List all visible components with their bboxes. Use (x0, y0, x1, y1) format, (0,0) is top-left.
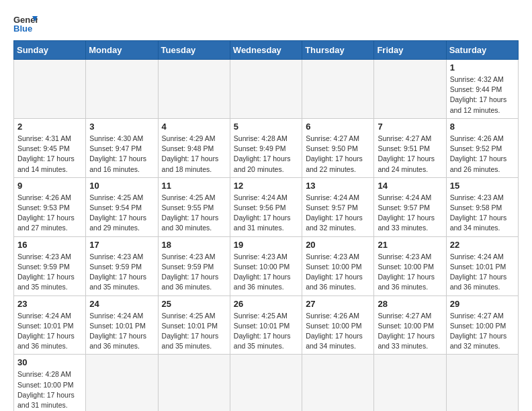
day-number: 23 (17, 299, 82, 309)
calendar-cell: 2Sunrise: 4:31 AM Sunset: 9:45 PM Daylig… (14, 118, 86, 177)
day-info: Sunrise: 4:26 AM Sunset: 9:53 PM Dayligh… (17, 193, 82, 234)
day-info: Sunrise: 4:31 AM Sunset: 9:45 PM Dayligh… (17, 134, 82, 175)
calendar-cell (86, 355, 158, 411)
calendar-cell (158, 355, 230, 411)
day-number: 18 (162, 240, 226, 250)
day-info: Sunrise: 4:24 AM Sunset: 9:57 PM Dayligh… (306, 193, 370, 234)
page-header: General Blue (13, 13, 519, 34)
calendar-table: SundayMondayTuesdayWednesdayThursdayFrid… (13, 40, 519, 411)
calendar-cell: 11Sunrise: 4:25 AM Sunset: 9:55 PM Dayli… (158, 177, 230, 236)
weekday-header-saturday: Saturday (446, 41, 518, 60)
day-number: 10 (89, 181, 154, 191)
calendar-cell: 23Sunrise: 4:24 AM Sunset: 10:01 PM Dayl… (14, 295, 86, 355)
calendar-cell: 4Sunrise: 4:29 AM Sunset: 9:48 PM Daylig… (158, 118, 230, 177)
calendar-cell (446, 355, 518, 411)
calendar-cell (14, 60, 86, 119)
day-number: 24 (89, 299, 154, 309)
day-info: Sunrise: 4:32 AM Sunset: 9:44 PM Dayligh… (450, 75, 515, 116)
calendar-cell: 25Sunrise: 4:25 AM Sunset: 10:01 PM Dayl… (158, 295, 230, 355)
day-info: Sunrise: 4:24 AM Sunset: 10:01 PM Daylig… (89, 311, 154, 352)
calendar-cell: 14Sunrise: 4:24 AM Sunset: 9:57 PM Dayli… (374, 177, 446, 236)
day-number: 6 (306, 122, 370, 132)
calendar-cell: 8Sunrise: 4:26 AM Sunset: 9:52 PM Daylig… (446, 118, 518, 177)
day-number: 29 (450, 299, 515, 309)
calendar-cell (230, 355, 302, 411)
day-info: Sunrise: 4:30 AM Sunset: 9:47 PM Dayligh… (89, 134, 154, 175)
calendar-week-1: 1Sunrise: 4:32 AM Sunset: 9:44 PM Daylig… (14, 60, 519, 119)
day-info: Sunrise: 4:25 AM Sunset: 10:01 PM Daylig… (162, 311, 226, 352)
calendar-cell (86, 60, 158, 119)
day-number: 17 (89, 240, 154, 250)
calendar-cell (158, 60, 230, 119)
day-info: Sunrise: 4:24 AM Sunset: 9:56 PM Dayligh… (234, 193, 298, 234)
day-number: 27 (306, 299, 370, 309)
weekday-header-wednesday: Wednesday (230, 41, 302, 60)
day-info: Sunrise: 4:28 AM Sunset: 9:49 PM Dayligh… (234, 134, 298, 175)
day-info: Sunrise: 4:27 AM Sunset: 9:51 PM Dayligh… (378, 134, 442, 175)
calendar-cell: 27Sunrise: 4:26 AM Sunset: 10:00 PM Dayl… (302, 295, 374, 355)
calendar-cell (302, 355, 374, 411)
day-info: Sunrise: 4:26 AM Sunset: 9:52 PM Dayligh… (450, 134, 515, 175)
day-info: Sunrise: 4:23 AM Sunset: 9:59 PM Dayligh… (17, 252, 82, 293)
calendar-cell: 12Sunrise: 4:24 AM Sunset: 9:56 PM Dayli… (230, 177, 302, 236)
day-info: Sunrise: 4:23 AM Sunset: 9:59 PM Dayligh… (162, 252, 226, 293)
calendar-week-4: 16Sunrise: 4:23 AM Sunset: 9:59 PM Dayli… (14, 236, 519, 295)
calendar-week-6: 30Sunrise: 4:28 AM Sunset: 10:00 PM Dayl… (14, 355, 519, 411)
day-number: 1 (450, 62, 515, 73)
calendar-cell: 9Sunrise: 4:26 AM Sunset: 9:53 PM Daylig… (14, 177, 86, 236)
day-info: Sunrise: 4:24 AM Sunset: 9:57 PM Dayligh… (378, 193, 442, 234)
logo: General Blue (13, 13, 38, 34)
calendar-header: SundayMondayTuesdayWednesdayThursdayFrid… (14, 41, 519, 60)
day-number: 20 (306, 240, 370, 250)
day-number: 14 (378, 181, 442, 191)
weekday-header-thursday: Thursday (302, 41, 374, 60)
logo-icon: General Blue (13, 13, 38, 34)
weekday-header-monday: Monday (86, 41, 158, 60)
day-info: Sunrise: 4:23 AM Sunset: 10:00 PM Daylig… (234, 252, 298, 293)
calendar-cell (374, 355, 446, 411)
calendar-cell (230, 60, 302, 119)
calendar-cell: 10Sunrise: 4:25 AM Sunset: 9:54 PM Dayli… (86, 177, 158, 236)
calendar-cell: 30Sunrise: 4:28 AM Sunset: 10:00 PM Dayl… (14, 355, 86, 411)
day-number: 7 (378, 122, 442, 132)
calendar-cell: 5Sunrise: 4:28 AM Sunset: 9:49 PM Daylig… (230, 118, 302, 177)
calendar-cell: 26Sunrise: 4:25 AM Sunset: 10:01 PM Dayl… (230, 295, 302, 355)
calendar-cell: 19Sunrise: 4:23 AM Sunset: 10:00 PM Dayl… (230, 236, 302, 295)
calendar-body: 1Sunrise: 4:32 AM Sunset: 9:44 PM Daylig… (14, 60, 519, 412)
calendar-cell: 1Sunrise: 4:32 AM Sunset: 9:44 PM Daylig… (446, 60, 518, 119)
calendar-cell: 13Sunrise: 4:24 AM Sunset: 9:57 PM Dayli… (302, 177, 374, 236)
day-number: 16 (17, 240, 82, 250)
day-info: Sunrise: 4:23 AM Sunset: 10:00 PM Daylig… (378, 252, 442, 293)
day-info: Sunrise: 4:24 AM Sunset: 10:01 PM Daylig… (450, 252, 515, 293)
weekday-header-row: SundayMondayTuesdayWednesdayThursdayFrid… (14, 41, 519, 60)
day-number: 28 (378, 299, 442, 309)
calendar-cell: 18Sunrise: 4:23 AM Sunset: 9:59 PM Dayli… (158, 236, 230, 295)
calendar-cell: 28Sunrise: 4:27 AM Sunset: 10:00 PM Dayl… (374, 295, 446, 355)
calendar-week-5: 23Sunrise: 4:24 AM Sunset: 10:01 PM Dayl… (14, 295, 519, 355)
day-number: 22 (450, 240, 515, 250)
day-number: 19 (234, 240, 298, 250)
calendar-cell: 20Sunrise: 4:23 AM Sunset: 10:00 PM Dayl… (302, 236, 374, 295)
calendar-cell: 24Sunrise: 4:24 AM Sunset: 10:01 PM Dayl… (86, 295, 158, 355)
calendar-cell: 21Sunrise: 4:23 AM Sunset: 10:00 PM Dayl… (374, 236, 446, 295)
day-info: Sunrise: 4:27 AM Sunset: 10:00 PM Daylig… (450, 311, 515, 352)
day-number: 8 (450, 122, 515, 132)
day-number: 21 (378, 240, 442, 250)
day-number: 12 (234, 181, 298, 191)
day-info: Sunrise: 4:27 AM Sunset: 10:00 PM Daylig… (378, 311, 442, 352)
day-info: Sunrise: 4:25 AM Sunset: 9:55 PM Dayligh… (162, 193, 226, 234)
calendar-week-2: 2Sunrise: 4:31 AM Sunset: 9:45 PM Daylig… (14, 118, 519, 177)
day-number: 11 (162, 181, 226, 191)
day-number: 13 (306, 181, 370, 191)
calendar-cell: 29Sunrise: 4:27 AM Sunset: 10:00 PM Dayl… (446, 295, 518, 355)
calendar-cell: 16Sunrise: 4:23 AM Sunset: 9:59 PM Dayli… (14, 236, 86, 295)
day-info: Sunrise: 4:25 AM Sunset: 9:54 PM Dayligh… (89, 193, 154, 234)
calendar-cell: 7Sunrise: 4:27 AM Sunset: 9:51 PM Daylig… (374, 118, 446, 177)
day-number: 4 (162, 122, 226, 132)
day-info: Sunrise: 4:28 AM Sunset: 10:00 PM Daylig… (17, 369, 82, 410)
day-number: 9 (17, 181, 82, 191)
calendar-cell (302, 60, 374, 119)
calendar-cell: 6Sunrise: 4:27 AM Sunset: 9:50 PM Daylig… (302, 118, 374, 177)
weekday-header-friday: Friday (374, 41, 446, 60)
day-info: Sunrise: 4:23 AM Sunset: 10:00 PM Daylig… (306, 252, 370, 293)
